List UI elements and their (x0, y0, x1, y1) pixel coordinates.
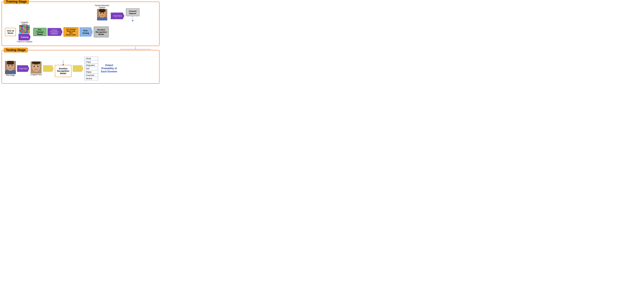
vgg16-cell: VGG-16Model (5, 28, 16, 36)
emotion-surprised: Surprised (84, 74, 98, 77)
cleaned-dataset-box: Cleaned Dataset (126, 8, 140, 16)
training-arrow-cell: ImageNetDataset (17, 21, 32, 43)
dashed-connection (120, 47, 150, 49)
svg-point-17 (36, 68, 36, 68)
fine-tuning-label: Fine- Tuning (81, 30, 91, 34)
emotion-neutral: Neutral (84, 77, 98, 80)
training-stage-container: Training Stage Facial ExpressionDataset (2, 2, 160, 46)
vgg16-label: VGG-16Model (7, 30, 14, 34)
fine-tuning-chevron: Fine- Tuning (80, 27, 93, 37)
cleaned-dataset-label: Cleaned Dataset (128, 10, 138, 15)
emotion-disgusted: Disgusted (84, 64, 98, 67)
crop-face-text: Crop Face (113, 15, 122, 17)
facial-expression-image (97, 9, 107, 21)
facial-expression-label: Facial ExpressionDataset (95, 5, 109, 9)
trained-on-imagenet-label: Trained on ImageNet (17, 41, 32, 43)
svg-point-9 (12, 65, 13, 66)
dashed-vert-line1 (135, 47, 136, 49)
dashed-from-top (63, 60, 63, 65)
imagenet-image (19, 25, 30, 34)
cropped-face-svg (31, 61, 42, 74)
svg-point-3 (103, 13, 104, 14)
test-image-cell: Test Image (5, 61, 16, 76)
crop-face-arrow-group: Crop Face (111, 13, 124, 19)
svg-point-16 (37, 65, 39, 67)
cropped-face-image (31, 61, 42, 74)
testing-emotion-model-label: Emotion Recognition Model (57, 67, 70, 75)
cropped-face-label: Cropped Face (30, 74, 42, 76)
facial-expression-dataset: Facial ExpressionDataset (95, 5, 109, 21)
test-crop-face-label: Crop Face (19, 68, 27, 70)
training-content: Facial ExpressionDataset (5, 5, 156, 43)
main-diagram: Training Stage Facial ExpressionDataset (2, 2, 160, 84)
emotion-model-box-training: Emotion Recognition Model (94, 27, 109, 37)
test-face-svg (5, 61, 16, 74)
testing-emotion-model-cell: Emotion Recognition Model (55, 60, 72, 77)
svg-point-4 (102, 14, 102, 15)
testing-stage-label: Testing Stage (4, 48, 28, 52)
cleaned-dataset-cell: Cleaned Dataset (126, 8, 140, 21)
vgg16-box: VGG-16Model (5, 28, 16, 36)
pre-trained-new-box: Pre-TrainedModel with NewDense Layer (64, 27, 78, 37)
emotion-afraid: Afraid (84, 57, 98, 60)
svg-point-15 (34, 65, 35, 67)
training-chevron: Training (18, 34, 30, 40)
pre-trained-box: Pre-Trained Model (33, 28, 46, 36)
cropped-face-cell: Cropped Face (30, 61, 42, 76)
era-label: EmotionRecognitionAdaptation (50, 29, 58, 35)
pre-trained-label: Pre-Trained Model (35, 29, 45, 35)
svg-point-10 (10, 67, 11, 68)
era-chevron: EmotionRecognitionAdaptation (48, 28, 62, 36)
training-stage-label: Training Stage (4, 0, 29, 4)
emotion-sad: Sad (84, 67, 98, 70)
imagenet-label: ImageNetDataset (21, 21, 28, 25)
yellow-arrow-1 (43, 65, 54, 72)
testing-stage-container: Testing Stage (2, 50, 160, 84)
dashed-horiz-line (120, 49, 150, 49)
test-image-label: Test Image (6, 74, 15, 76)
test-crop-face-chevron: Crop Face (17, 65, 29, 72)
emotion-happy: Happy (84, 70, 98, 74)
emotion-angry: Angry (84, 60, 98, 64)
testing-content: Test Image Crop Face (5, 53, 156, 80)
crop-face-chevron: Crop Face (111, 13, 124, 19)
emotion-model-label-training: Emotion Recognition Model (96, 29, 107, 35)
svg-point-2 (100, 13, 101, 14)
output-probability-label: Output Probability of Each Emotion (99, 64, 119, 73)
era-cell: EmotionRecognitionAdaptation (48, 28, 62, 36)
imagenet-above: ImageNetDataset (19, 21, 30, 34)
cleaned-to-finetuning-arrow (132, 16, 133, 21)
svg-point-8 (8, 65, 9, 66)
test-image (5, 61, 16, 74)
training-chevron-label: Training (21, 36, 28, 38)
dashed-arrow-head (62, 64, 64, 66)
face-svg (97, 9, 107, 21)
emotion-list: Afraid Angry Disgusted Sad Happy Surpris… (84, 57, 98, 80)
main-flow-row: VGG-16Model ImageNetDataset (5, 21, 156, 43)
crop-face-arrow: Crop Face (111, 13, 124, 19)
testing-emotion-model-box: Emotion Recognition Model (55, 65, 72, 77)
pre-trained-new-label: Pre-TrainedModel with NewDense Layer (65, 28, 77, 36)
yellow-arrow-2 (73, 65, 83, 72)
testing-flow-row: Test Image Crop Face (5, 57, 156, 80)
